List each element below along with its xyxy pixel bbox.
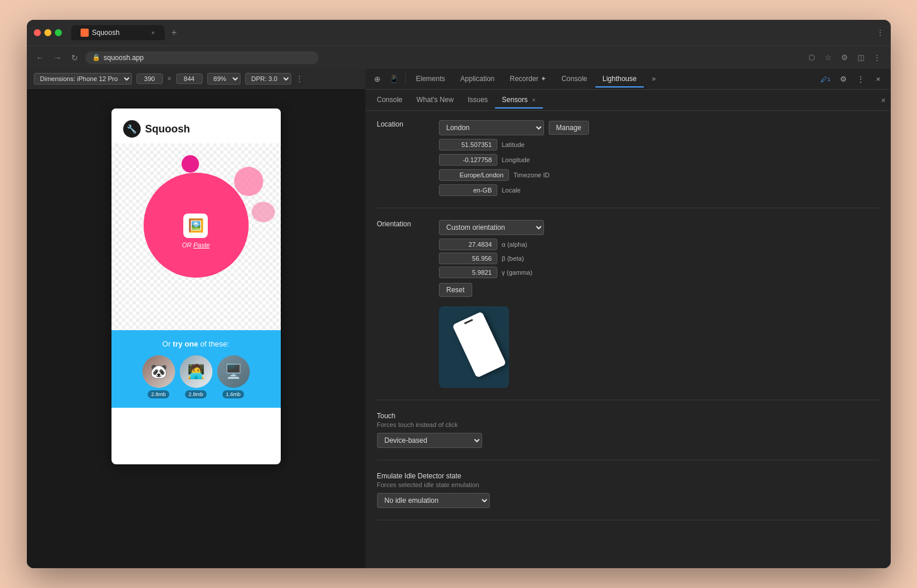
url-text: squoosh.app	[104, 54, 144, 62]
traffic-light-close[interactable]	[34, 29, 41, 36]
tab-recorder[interactable]: Recorder ✦	[503, 71, 553, 88]
touch-dropdown[interactable]: None Force enabled Device-based	[377, 433, 482, 448]
sample-images: 🐼 2.8mb 🧑‍💻 2.9mb	[121, 355, 271, 398]
reset-btn[interactable]: Reset	[439, 283, 472, 297]
location-dropdown[interactable]: London Berlin Tokyo San Francisco Custom…	[439, 120, 544, 135]
width-input[interactable]	[137, 74, 163, 84]
dpr-selector[interactable]: DPR: 3.0	[245, 73, 291, 85]
squoosh-header: 🔧 Squoosh	[111, 108, 281, 144]
blob-right	[252, 202, 275, 222]
tab-whats-new[interactable]: What's New	[410, 92, 461, 108]
sample-item-1[interactable]: 🐼 2.8mb	[142, 355, 175, 398]
location-label: Location	[377, 120, 430, 128]
squoosh-logo: 🔧	[123, 120, 141, 138]
idle-dropdown[interactable]: No idle emulation User active, screen un…	[377, 493, 490, 508]
profile-icon[interactable]: ◫	[855, 51, 867, 64]
manage-btn[interactable]: Manage	[549, 121, 589, 135]
latitude-label: Latitude	[502, 141, 549, 148]
orientation-left: Portrait Primary Portrait Secondary Land…	[439, 220, 549, 297]
tab-sensors[interactable]: Sensors ×	[495, 92, 543, 108]
bookmark-icon[interactable]: ☆	[822, 51, 835, 64]
sample-size-3: 1.6mb	[222, 390, 244, 398]
phone-frame: 🔧 Squoosh 🖼️ OR Pas	[111, 108, 281, 464]
zoom-selector[interactable]: 89%	[207, 73, 240, 85]
location-section: Location London Berlin Tokyo San Francis…	[377, 120, 879, 196]
timezone-label: Timezone ID	[514, 172, 560, 178]
orientation-label: Orientation	[377, 220, 430, 228]
more-options-btn[interactable]: ⋮	[296, 75, 303, 83]
upload-icon[interactable]: 🖼️	[183, 214, 208, 238]
tab-elements[interactable]: Elements	[409, 71, 452, 88]
extensions-icon[interactable]: ⚙	[838, 51, 851, 64]
sample-circle-3: 🖥️	[217, 355, 250, 388]
orientation-dropdown[interactable]: Portrait Primary Portrait Secondary Land…	[439, 220, 544, 235]
reset-btn-row: Reset	[439, 283, 549, 297]
tab-issues[interactable]: Issues	[461, 92, 495, 108]
alpha-input[interactable]	[439, 239, 497, 250]
sample-size-2: 2.9mb	[185, 390, 207, 398]
browser-window: Squoosh × + ⋮ ← → ↻ 🔒 squoosh.app ⬡ ☆ ⚙ …	[27, 20, 891, 568]
divider-4	[377, 520, 879, 520]
traffic-light-fullscreen[interactable]	[55, 29, 62, 36]
divider-1	[377, 208, 879, 208]
main-content: Dimensions: iPhone 12 Pro × 89% DPR: 3.0…	[27, 69, 891, 568]
try-one-text: Or try one of these:	[121, 340, 271, 348]
panel-close[interactable]: ×	[881, 96, 885, 105]
touch-title: Touch	[377, 412, 879, 420]
location-controls: London Berlin Tokyo San Francisco Custom…	[439, 120, 879, 196]
tab-console[interactable]: Console	[555, 71, 594, 88]
orientation-section: Orientation Portrait Primary Portrait Se…	[377, 220, 879, 388]
sensors-tab-close[interactable]: ×	[532, 96, 535, 103]
location-row: Location London Berlin Tokyo San Francis…	[377, 120, 879, 196]
devtools-more-icon[interactable]: ⋮	[853, 72, 869, 87]
device-toggle-icon[interactable]: 📱	[386, 72, 402, 87]
orientation-row: Orientation Portrait Primary Portrait Se…	[377, 220, 879, 388]
gamma-input[interactable]	[439, 267, 497, 278]
refresh-btn[interactable]: ↻	[69, 51, 81, 65]
tab-console-inner[interactable]: Console	[370, 92, 410, 108]
title-bar: Squoosh × + ⋮	[27, 20, 891, 46]
longitude-input[interactable]	[439, 154, 497, 166]
height-input[interactable]	[176, 74, 203, 84]
phone-orientation-visual	[439, 306, 509, 388]
active-tab[interactable]: Squoosh ×	[71, 25, 165, 40]
new-tab-btn[interactable]: +	[167, 25, 182, 40]
devtools-close-icon[interactable]: ×	[871, 72, 886, 87]
nav-right-icons: ⬡ ☆ ⚙ ◫ ⋮	[806, 51, 884, 64]
sample-item-2[interactable]: 🧑‍💻 2.9mb	[180, 355, 212, 398]
url-bar[interactable]: 🔒 squoosh.app	[85, 51, 319, 64]
settings-icon[interactable]: ⚙	[836, 72, 851, 87]
emulation-toolbar: Dimensions: iPhone 12 Pro × 89% DPR: 3.0…	[27, 69, 365, 89]
idle-section: Emulate Idle Detector state Forces selec…	[377, 472, 879, 508]
forward-btn[interactable]: →	[51, 51, 64, 65]
window-controls: ⋮	[877, 29, 884, 37]
blob-top-right	[234, 167, 263, 196]
phone-visual-wrapper	[452, 312, 506, 378]
upload-area[interactable]: 🖼️ OR Paste	[182, 214, 210, 249]
sensors-tab-row: Console What's New Issues Sensors × ×	[365, 90, 891, 111]
inspect-icon[interactable]: ⊕	[370, 72, 385, 87]
idle-title: Emulate Idle Detector state	[377, 472, 879, 480]
icon-separator	[405, 74, 406, 85]
sample-item-3[interactable]: 🖥️ 1.6mb	[217, 355, 250, 398]
sample-circle-1: 🐼	[142, 355, 175, 388]
latitude-input[interactable]	[439, 139, 497, 150]
back-btn[interactable]: ←	[34, 51, 47, 65]
locale-input[interactable]	[439, 184, 497, 196]
tab-lighthouse[interactable]: Lighthouse	[595, 71, 644, 88]
gamma-label: γ (gamma)	[502, 269, 549, 276]
tab-more[interactable]: »	[645, 71, 663, 88]
tab-close-btn[interactable]: ×	[151, 29, 155, 36]
beta-input[interactable]	[439, 253, 497, 264]
dimension-separator: ×	[168, 75, 172, 83]
more-icon[interactable]: ⋮	[871, 51, 884, 64]
device-selector[interactable]: Dimensions: iPhone 12 Pro	[34, 73, 132, 85]
traffic-light-minimize[interactable]	[44, 29, 51, 36]
notification-badge[interactable]: 🖊 1	[818, 72, 834, 87]
ssl-icon: 🔒	[92, 54, 100, 61]
timezone-input[interactable]	[439, 169, 509, 181]
tab-application[interactable]: Application	[454, 71, 502, 88]
external-link-icon[interactable]: ⬡	[806, 51, 818, 64]
paste-link[interactable]: Paste	[193, 242, 210, 249]
tab-bar: Squoosh × +	[71, 25, 872, 40]
